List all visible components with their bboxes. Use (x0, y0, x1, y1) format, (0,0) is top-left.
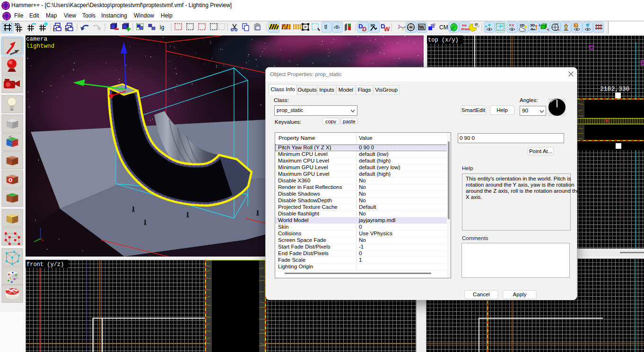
svg-text:front (y/z): front (y/z) (26, 261, 64, 268)
svg-text:camera: camera (26, 36, 48, 43)
svg-text:3D: 3D (530, 23, 535, 27)
svg-text:top (x/y): top (x/y) (428, 37, 459, 43)
svg-text:2D: 2D (520, 23, 524, 27)
svg-text:CM: CM (439, 24, 448, 31)
svg-text:tl: tl (324, 24, 327, 30)
svg-text:FX: FX (509, 23, 514, 27)
svg-text:2182,330: 2182,330 (600, 86, 629, 93)
svg-text:S: S (65, 27, 68, 32)
svg-text:3D: 3D (14, 22, 20, 27)
svg-text:L: L (53, 27, 56, 32)
svg-text:draw: draw (461, 27, 470, 31)
svg-text:ig: ig (160, 24, 164, 31)
svg-text:‹tl›: ‹tl› (334, 24, 340, 30)
svg-text:D: D (362, 26, 366, 33)
svg-text:T: T (575, 24, 578, 27)
svg-text:W: W (384, 26, 390, 33)
svg-text:3D: 3D (370, 23, 375, 27)
svg-text:lightwnd: lightwnd (26, 43, 54, 50)
